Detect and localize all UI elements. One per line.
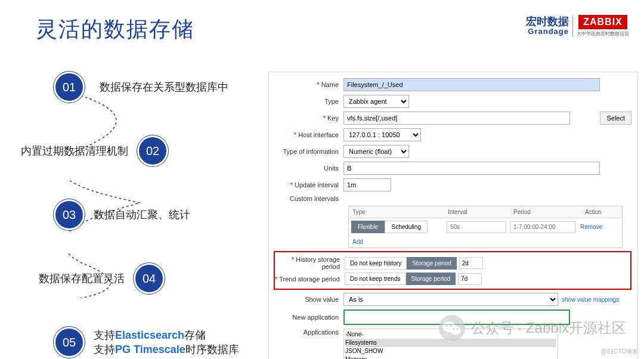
history-storage-period-button[interactable]: Storage period (407, 257, 457, 270)
bullet-list: 01 数据保存在关系型数据库中 内置过期数据清理机制 02 03 数据自动汇聚、… (36, 72, 256, 359)
show-value-label: Show value (269, 296, 343, 303)
show-value-mappings-link[interactable]: show value mappings (562, 296, 619, 303)
show-value-select[interactable]: As is (343, 293, 558, 306)
bullet-2-num: 02 (137, 135, 168, 166)
update-interval-input[interactable] (343, 178, 391, 191)
type-of-information-label: Type of information (269, 148, 343, 155)
host-interface-label: Host interface (269, 131, 343, 138)
interval-input[interactable] (447, 221, 506, 233)
history-do-not-keep-button[interactable]: Do not keep history (345, 257, 407, 270)
app-option-none[interactable]: -None- (345, 330, 556, 339)
bullet-3-num: 03 (54, 199, 85, 230)
remove-link[interactable]: Remove (580, 224, 602, 230)
bullet-5: 05 支持Elasticsearch存储 支持PG Timescale时序数据库 (54, 327, 256, 358)
period-input[interactable] (510, 221, 575, 233)
type-select[interactable]: Zabbix agent (343, 95, 409, 108)
key-label: Key (269, 114, 343, 122)
bullet-2: 内置过期数据清理机制 02 (12, 135, 256, 166)
units-input[interactable] (343, 162, 600, 175)
bullet-4-text: 数据保存配置灵活 (39, 271, 125, 286)
app-option-filesystems[interactable]: Filesystems (345, 339, 556, 347)
key-input[interactable] (343, 112, 570, 125)
trend-period-input[interactable] (458, 273, 482, 285)
bullet-5-text: 支持Elasticsearch存储 支持PG Timescale时序数据库 (94, 328, 239, 357)
history-storage-label: History storage period (275, 256, 345, 270)
custom-intervals-table: Type Interval Period Action Flexible Sch… (348, 206, 623, 248)
custom-intervals-label: Custom intervals (269, 195, 343, 202)
name-input[interactable] (343, 78, 600, 91)
bullet-4-num: 04 (134, 263, 165, 294)
trend-storage-period-button[interactable]: Storage period (406, 273, 456, 285)
new-application-label: New application (269, 314, 343, 321)
bullet-2-text: 内置过期数据清理机制 (21, 144, 128, 158)
bullet-1-num: 01 (54, 72, 85, 103)
trend-storage-label: Trend storage period (275, 276, 345, 283)
slide-header: 灵活的数据存储 宏时数据 Grandage ZABBIX 大中华区由宏时数据运营 (0, 0, 644, 44)
bullet-3-text: 数据自动汇聚、统计 (94, 208, 190, 222)
flexible-tab[interactable]: Flexible (351, 221, 385, 233)
logo-group: 宏时数据 Grandage ZABBIX 大中华区由宏时数据运营 (526, 15, 629, 37)
slide-title: 灵活的数据存储 (36, 15, 194, 44)
app-option-memory[interactable]: Memory (345, 355, 556, 359)
type-label: Type (269, 98, 343, 105)
key-select-button[interactable]: Select (600, 112, 631, 125)
bullet-3: 03 数据自动汇聚、统计 (54, 199, 256, 230)
bullet-5-num: 05 (54, 327, 85, 358)
bullet-4: 数据保存配置灵活 04 (30, 263, 256, 294)
logo-divider (572, 16, 573, 37)
scheduling-tab[interactable]: Scheduling (385, 221, 427, 233)
type-of-information-select[interactable]: Numeric (float) (343, 145, 409, 158)
footer-watermark: @51CTO博客 (601, 348, 638, 356)
host-interface-select[interactable]: 127.0.0.1 : 10050 (343, 128, 421, 141)
history-period-input[interactable] (459, 257, 483, 269)
storage-highlight-box: History storage period Do not keep histo… (274, 251, 631, 290)
zabbix-logo: ZABBIX 大中华区由宏时数据运营 (577, 15, 629, 37)
applications-listbox[interactable]: -None- Filesystems JSON_SHOW Memory (343, 329, 558, 359)
trend-do-not-keep-button[interactable]: Do not keep trends (345, 273, 406, 285)
update-interval-label: Update interval (269, 181, 343, 188)
name-label: Name (269, 81, 343, 88)
grandage-logo: 宏时数据 Grandage (526, 16, 569, 36)
bullet-1: 01 数据保存在关系型数据库中 (54, 72, 256, 103)
app-option-json-show[interactable]: JSON_SHOW (345, 347, 556, 355)
bullet-1-text: 数据保存在关系型数据库中 (100, 80, 228, 94)
add-interval-link[interactable]: Add (352, 239, 363, 245)
new-application-input-highlight[interactable] (343, 310, 570, 325)
applications-label: Applications (269, 329, 343, 336)
zabbix-item-form: Name Type Zabbix agent Key Select Host i… (268, 72, 638, 359)
units-label: Units (269, 165, 343, 172)
